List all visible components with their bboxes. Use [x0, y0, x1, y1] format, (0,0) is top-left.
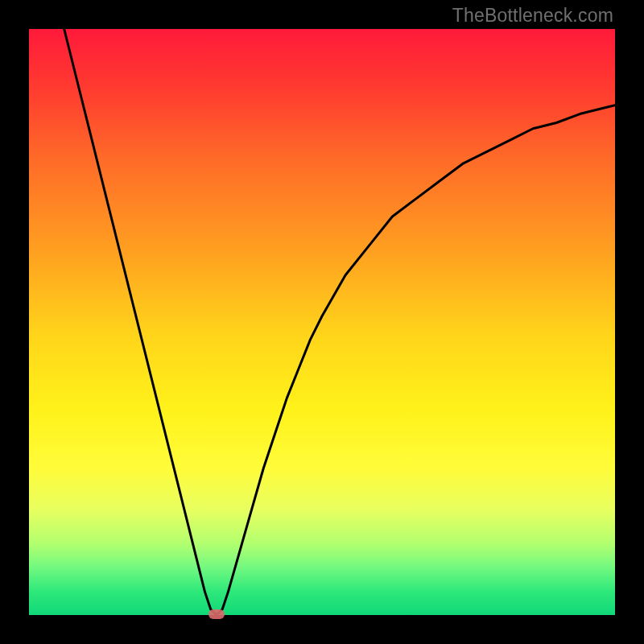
chart-plot-area — [29, 29, 615, 615]
optimal-point-marker — [208, 609, 225, 619]
bottleneck-curve — [29, 29, 615, 615]
watermark-text: TheBottleneck.com — [452, 5, 613, 27]
